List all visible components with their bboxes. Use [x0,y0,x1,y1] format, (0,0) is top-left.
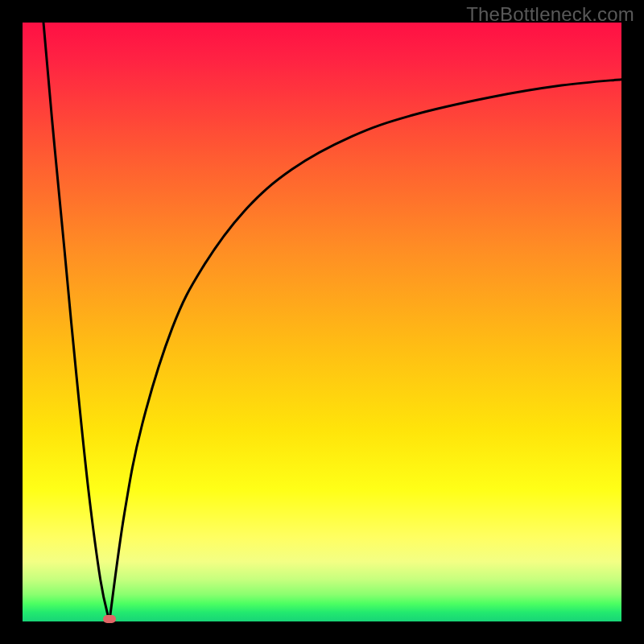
plot-area [23,23,621,621]
chart-frame: TheBottleneck.com [0,0,644,644]
optimal-point-marker [103,615,116,623]
curve-left-branch [43,23,109,621]
curve-right-branch [109,80,621,621]
bottleneck-curve [23,23,621,621]
watermark-label: TheBottleneck.com [466,3,634,26]
